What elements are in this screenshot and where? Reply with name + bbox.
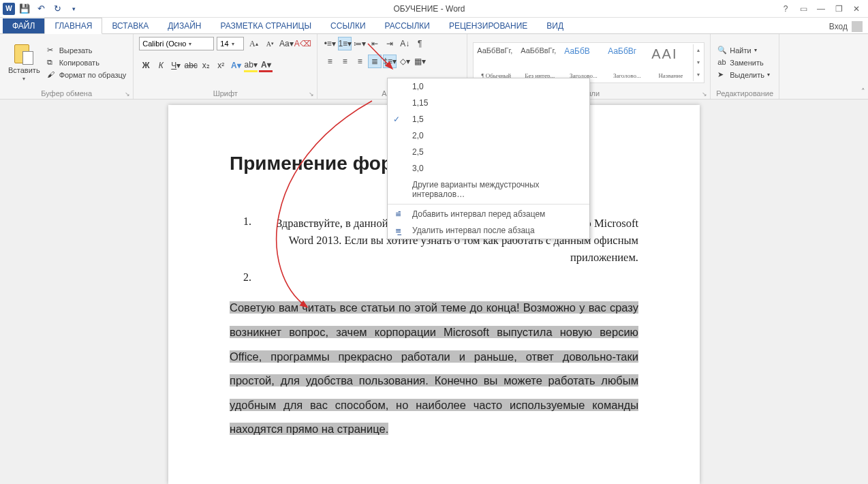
qat-undo-icon[interactable]: ↶	[34, 2, 48, 16]
search-icon: 🔍	[717, 46, 727, 55]
title-bar: W 💾 ↶ ↻ ▾ ОБУЧЕНИЕ - Word ? ▭ — ❐ ✕	[0, 0, 868, 18]
spacing-option[interactable]: ✓1,5	[388, 111, 589, 127]
spacing-option[interactable]: 3,0	[388, 160, 589, 177]
style-title[interactable]: ААІНазвание	[649, 44, 692, 81]
spacing-option[interactable]: 1,15	[388, 95, 589, 111]
styles-gallery[interactable]: АаБбВвГг,¶ Обычный АаБбВвГг,Без интер...…	[473, 42, 704, 83]
launcher-icon[interactable]: ↘	[125, 91, 130, 97]
line-spacing-menu: 1,0 1,15 ✓1,5 2,0 2,5 3,0 Другие вариант…	[387, 78, 590, 239]
chevron-down-icon: ▾	[22, 76, 25, 82]
minimize-icon[interactable]: —	[813, 3, 828, 15]
list-number: 1.	[230, 215, 264, 266]
numbering-icon[interactable]: 1≡▾	[338, 37, 352, 50]
cut-button[interactable]: ✂Вырезать	[46, 45, 128, 56]
increase-indent-icon[interactable]: ⇥	[383, 37, 397, 50]
add-space-before[interactable]: ≡̄Добавить интервал перед абзацем	[388, 206, 589, 222]
style-nospacing[interactable]: АаБбВвГг,Без интер...	[518, 44, 561, 81]
paste-icon	[14, 43, 33, 65]
tab-layout[interactable]: РАЗМЕТКА СТРАНИЦЫ	[211, 18, 322, 33]
more-icon[interactable]: ▾	[694, 69, 702, 81]
separator	[388, 204, 589, 205]
format-painter-button[interactable]: 🖌Формат по образцу	[46, 70, 128, 80]
clear-format-icon[interactable]: A⌫	[296, 37, 309, 50]
replace-icon: ab	[717, 58, 727, 67]
group-clipboard: Вставить ▾ ✂Вырезать ⧉Копировать 🖌Формат…	[0, 34, 134, 99]
tab-references[interactable]: ССЫЛКИ	[321, 18, 375, 33]
tab-mailings[interactable]: РАССЫЛКИ	[375, 18, 439, 33]
justify-icon[interactable]: ≣	[368, 55, 382, 68]
shading-icon[interactable]: ◇▾	[398, 55, 412, 68]
tab-file[interactable]: ФАЙЛ	[3, 18, 44, 33]
align-left-icon[interactable]: ≡	[323, 55, 337, 68]
sign-in-label: Вход	[829, 22, 848, 31]
ribbon-options-icon[interactable]: ▭	[796, 3, 811, 15]
word-app-icon: W	[3, 3, 15, 15]
restore-icon[interactable]: ❐	[831, 3, 846, 15]
quick-access-toolbar: W 💾 ↶ ↻ ▾	[0, 2, 80, 16]
down-icon[interactable]: ▾	[694, 57, 702, 69]
font-name-combo[interactable]: Calibri (Осно▾	[139, 37, 214, 50]
replace-button[interactable]: abЗаменить	[716, 57, 771, 68]
qat-customize-icon[interactable]: ▾	[67, 2, 80, 16]
paste-button[interactable]: Вставить ▾	[5, 42, 43, 83]
copy-icon: ⧉	[47, 58, 57, 67]
highlighted-text: Советую вам читать все статьи по этой те…	[230, 301, 638, 435]
tab-view[interactable]: ВИД	[537, 18, 573, 33]
copy-button[interactable]: ⧉Копировать	[46, 57, 128, 68]
subscript-button[interactable]: x₂	[199, 59, 213, 72]
shrink-font-icon[interactable]: A▾	[263, 37, 277, 50]
more-spacing-options[interactable]: Другие варианты междустрочных интервалов…	[388, 177, 589, 202]
tab-design[interactable]: ДИЗАЙН	[158, 18, 211, 33]
spacing-option[interactable]: 2,0	[388, 127, 589, 144]
tab-insert[interactable]: ВСТАВКА	[102, 18, 158, 33]
style-normal[interactable]: АаБбВвГг,¶ Обычный	[475, 44, 517, 81]
qat-redo-icon[interactable]: ↻	[50, 2, 64, 16]
borders-icon[interactable]: ▦▾	[413, 55, 427, 68]
scissors-icon: ✂	[47, 46, 57, 55]
italic-button[interactable]: К	[154, 59, 168, 72]
strikethrough-button[interactable]: abc	[184, 59, 198, 72]
sort-icon[interactable]: A↓	[398, 37, 412, 50]
highlight-icon[interactable]: ab▾	[244, 59, 258, 72]
spacing-option[interactable]: 2,5	[388, 144, 589, 160]
spacing-option[interactable]: 1,0	[388, 78, 589, 95]
style-heading1[interactable]: АаБбВЗаголово...	[562, 44, 604, 81]
group-clipboard-label: Буфер обмена↘	[5, 88, 127, 97]
remove-space-after[interactable]: ≡̲Удалить интервал после абзаца	[388, 222, 589, 239]
selected-paragraph: Советую вам читать все статьи по этой те…	[230, 296, 638, 442]
align-right-icon[interactable]: ≡	[353, 55, 367, 68]
style-heading2[interactable]: АаБбВгЗаголово...	[606, 44, 648, 81]
align-center-icon[interactable]: ≡	[338, 55, 352, 68]
decrease-indent-icon[interactable]: ⇤	[368, 37, 382, 50]
up-icon[interactable]: ▴	[694, 44, 702, 57]
underline-button[interactable]: Ч▾	[169, 59, 183, 72]
group-font-label: Шрифт↘	[139, 88, 311, 97]
change-case-icon[interactable]: Aa▾	[279, 37, 293, 50]
list-item: 2.	[230, 271, 638, 284]
gallery-scroll[interactable]: ▴▾▾	[693, 44, 702, 81]
superscript-button[interactable]: x²	[214, 59, 228, 72]
line-spacing-icon[interactable]: ‡≡▾	[383, 55, 397, 68]
help-icon[interactable]: ?	[778, 3, 793, 15]
show-marks-icon[interactable]: ¶	[413, 37, 427, 50]
bullets-icon[interactable]: •≡▾	[323, 37, 337, 50]
check-icon: ✓	[393, 115, 400, 124]
font-color-icon[interactable]: A▾	[259, 59, 273, 72]
collapse-ribbon-icon[interactable]: ˄	[858, 85, 868, 99]
font-size-combo[interactable]: 14▾	[217, 37, 244, 50]
launcher-icon[interactable]: ↘	[702, 91, 707, 97]
avatar-icon	[852, 21, 863, 32]
sign-in[interactable]: Вход	[824, 20, 868, 33]
find-button[interactable]: 🔍Найти ▾	[716, 45, 771, 56]
bold-button[interactable]: Ж	[139, 59, 153, 72]
tab-home[interactable]: ГЛАВНАЯ	[44, 18, 102, 34]
multilevel-icon[interactable]: ≔▾	[353, 37, 367, 50]
group-editing-label: Редактирование	[716, 88, 773, 97]
tab-review[interactable]: РЕЦЕНЗИРОВАНИЕ	[439, 18, 537, 33]
grow-font-icon[interactable]: A▴	[247, 37, 260, 50]
select-button[interactable]: ➤Выделить ▾	[716, 70, 771, 80]
close-icon[interactable]: ✕	[849, 3, 864, 15]
launcher-icon[interactable]: ↘	[309, 91, 314, 97]
qat-save-icon[interactable]: 💾	[18, 2, 31, 16]
text-effects-icon[interactable]: A▾	[229, 59, 243, 72]
